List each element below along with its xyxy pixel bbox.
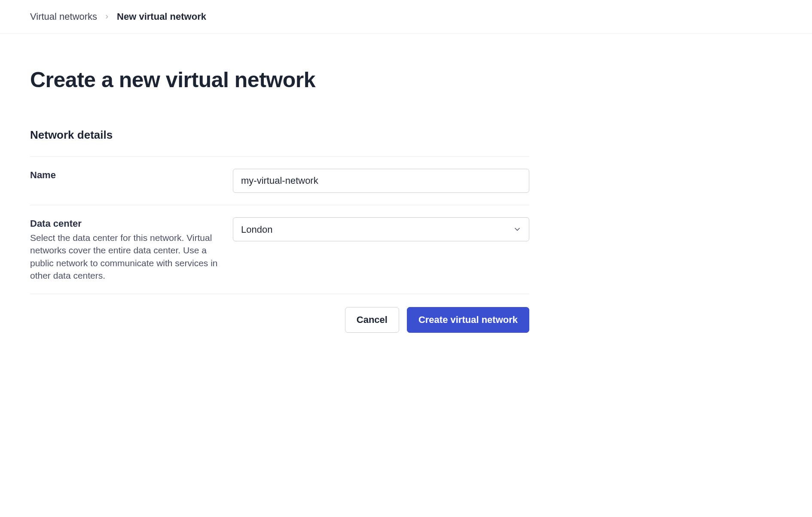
data-center-help: Select the data center for this network.…	[30, 231, 224, 282]
chevron-right-icon	[104, 14, 110, 20]
name-input[interactable]	[233, 169, 529, 193]
cancel-button[interactable]: Cancel	[345, 307, 399, 333]
form-row-name: Name	[30, 157, 529, 205]
breadcrumb: Virtual networks New virtual network	[0, 0, 812, 34]
form-section: Name Data center Select the data center …	[30, 156, 529, 294]
data-center-select[interactable]: London	[233, 217, 529, 241]
page-title: Create a new virtual network	[30, 67, 529, 92]
create-virtual-network-button[interactable]: Create virtual network	[407, 307, 529, 333]
data-center-label: Data center	[30, 217, 224, 231]
actions-row: Cancel Create virtual network	[30, 294, 529, 346]
section-title-network-details: Network details	[30, 128, 529, 142]
form-row-data-center: Data center Select the data center for t…	[30, 205, 529, 294]
breadcrumb-current: New virtual network	[117, 11, 206, 22]
breadcrumb-link-virtual-networks[interactable]: Virtual networks	[30, 11, 97, 22]
name-label: Name	[30, 169, 224, 182]
